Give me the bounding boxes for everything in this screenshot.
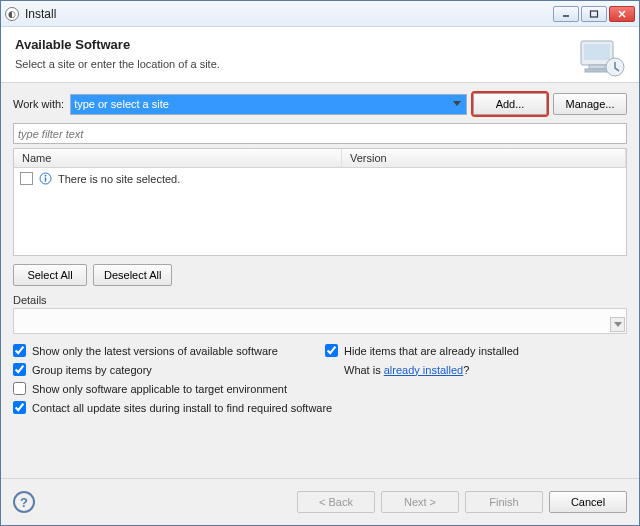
workwith-combo[interactable]: [70, 94, 467, 115]
page-subtitle: Select a site or enter the location of a…: [15, 58, 625, 70]
maximize-button[interactable]: [581, 6, 607, 22]
workwith-label: Work with:: [13, 98, 64, 110]
already-installed-link[interactable]: already installed: [384, 364, 464, 376]
minimize-button[interactable]: [553, 6, 579, 22]
svg-rect-7: [585, 69, 609, 72]
titlebar[interactable]: ◐ Install: [1, 1, 639, 27]
details-scroll-down[interactable]: [610, 317, 625, 332]
software-table: Name Version There is no site selected.: [13, 148, 627, 256]
back-button[interactable]: < Back: [297, 491, 375, 513]
svg-marker-9: [453, 101, 461, 106]
deselect-all-button[interactable]: Deselect All: [93, 264, 172, 286]
svg-marker-13: [614, 322, 622, 327]
opt-group[interactable]: Group items by category: [13, 363, 315, 376]
cancel-button[interactable]: Cancel: [549, 491, 627, 513]
opt-latest-checkbox[interactable]: [13, 344, 26, 357]
install-dialog: ◐ Install Available Software Select a si…: [0, 0, 640, 526]
wizard-footer: ? < Back Next > Finish Cancel: [1, 478, 639, 525]
info-icon: [39, 172, 52, 185]
column-version[interactable]: Version: [342, 149, 626, 167]
select-all-button[interactable]: Select All: [13, 264, 87, 286]
column-name[interactable]: Name: [14, 149, 342, 167]
close-button[interactable]: [609, 6, 635, 22]
next-button[interactable]: Next >: [381, 491, 459, 513]
wizard-header: Available Software Select a site or ente…: [1, 27, 639, 83]
empty-message: There is no site selected.: [58, 173, 180, 185]
install-wizard-icon: [575, 35, 629, 83]
window-title: Install: [25, 7, 553, 21]
opt-hide[interactable]: Hide items that are already installed: [325, 344, 627, 357]
svg-point-11: [45, 175, 47, 177]
workwith-input[interactable]: [70, 94, 467, 115]
svg-rect-1: [591, 11, 598, 17]
details-area: [13, 308, 627, 334]
help-button[interactable]: ?: [13, 491, 35, 513]
chevron-down-icon[interactable]: [449, 96, 465, 113]
svg-rect-12: [45, 177, 46, 181]
finish-button[interactable]: Finish: [465, 491, 543, 513]
opt-group-checkbox[interactable]: [13, 363, 26, 376]
add-button[interactable]: Add...: [473, 93, 547, 115]
svg-rect-5: [584, 44, 610, 60]
table-row: There is no site selected.: [20, 172, 620, 185]
opt-applicable[interactable]: Show only software applicable to target …: [13, 382, 315, 395]
details-label: Details: [13, 294, 627, 306]
opt-contact-checkbox[interactable]: [13, 401, 26, 414]
manage-button[interactable]: Manage...: [553, 93, 627, 115]
opt-applicable-checkbox[interactable]: [13, 382, 26, 395]
opt-hide-checkbox[interactable]: [325, 344, 338, 357]
row-checkbox[interactable]: [20, 172, 33, 185]
whatis-line: What is already installed?: [325, 363, 627, 376]
filter-input[interactable]: [13, 123, 627, 144]
opt-latest[interactable]: Show only the latest versions of availab…: [13, 344, 315, 357]
app-icon: ◐: [5, 7, 19, 21]
svg-rect-6: [589, 65, 605, 69]
page-title: Available Software: [15, 37, 625, 52]
opt-contact[interactable]: Contact all update sites during install …: [13, 401, 627, 414]
